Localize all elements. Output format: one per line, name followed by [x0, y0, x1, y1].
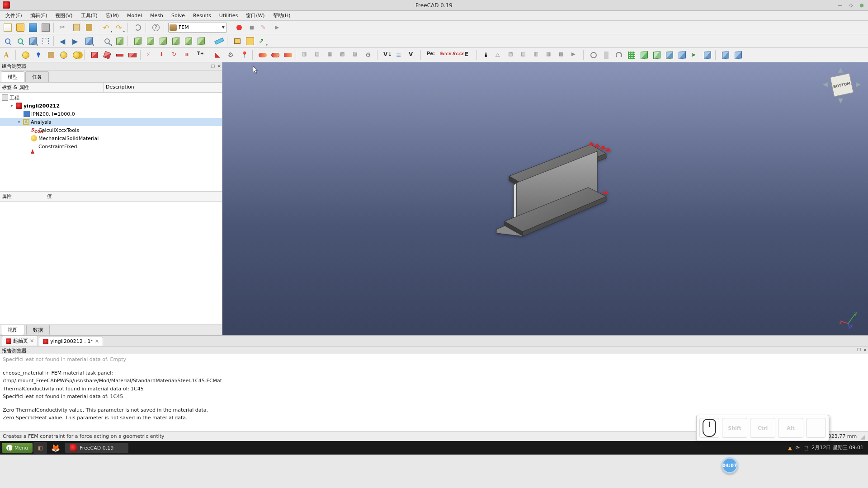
tab-task[interactable]: 任务	[25, 71, 49, 82]
left-view-button[interactable]	[195, 35, 207, 47]
fem-beam-rotation-button[interactable]	[101, 49, 113, 61]
update-icon[interactable]: ⟳	[796, 445, 800, 451]
top-view-button[interactable]	[145, 35, 156, 47]
fit-all-button[interactable]	[2, 35, 14, 47]
model-tree[interactable]: 工程 ▾ yingli200212 IPN200, l=1000.0 ▾ A A…	[0, 93, 222, 191]
macro-run-button[interactable]: ▶	[271, 22, 283, 33]
fem-gear-constraint-button[interactable]: ⚙	[363, 49, 375, 61]
menu-mesh[interactable]: Mesh	[146, 12, 167, 19]
clock[interactable]: 2月12日 星期三 09:01	[811, 445, 863, 450]
fem-nonlinear-button[interactable]	[45, 49, 57, 61]
panel-restore-icon[interactable]: ❐	[857, 347, 861, 352]
iso-view-button[interactable]	[114, 35, 126, 47]
fem-flow-inlet-button[interactable]: V↓	[382, 49, 393, 61]
fem-flow-bc-button[interactable]: ≡	[394, 49, 406, 61]
fem-solver-ctrl-button[interactable]: ▩	[557, 49, 569, 61]
whatsthis-button[interactable]: ?	[150, 22, 162, 33]
new-button[interactable]	[2, 22, 14, 33]
fem-clip-plane-button[interactable]	[720, 49, 731, 61]
tree-document[interactable]: ▾ yingli200212	[0, 102, 222, 110]
navcube-right-icon[interactable]: ▶	[856, 80, 861, 88]
nav-fwd-button[interactable]: ▶	[71, 35, 82, 47]
front-view-button[interactable]	[132, 35, 144, 47]
fem-pressure-button[interactable]	[269, 49, 281, 61]
tab-prop-data[interactable]: 数据	[26, 325, 50, 335]
fem-constraint-spring-button[interactable]: ▨	[351, 49, 363, 61]
cut-button[interactable]: ✂	[58, 22, 70, 33]
tree-item-material[interactable]: MechanicalSolidMaterial	[0, 134, 222, 142]
3d-viewport[interactable]: ▲ ◀ ▶ ▼ BOTTOM	[222, 62, 868, 335]
fem-solver-elmer-button[interactable]: E	[463, 49, 475, 61]
tree-item-ccx[interactable]: Sccx CalculiXccxTools	[0, 126, 222, 134]
part-button[interactable]	[231, 35, 243, 47]
model-geometry[interactable]	[477, 131, 613, 254]
tree-item-analysis[interactable]: ▾ A Analysis	[0, 118, 222, 126]
fem-eq-electro-button[interactable]: ▥	[532, 49, 543, 61]
notification-icon[interactable]: ▲	[788, 445, 792, 451]
bbox-button[interactable]	[40, 35, 52, 47]
fem-reinforced-button[interactable]	[58, 49, 70, 61]
fem-weight-button[interactable]: ⬇	[157, 49, 169, 61]
right-view-button[interactable]	[157, 35, 169, 47]
os-menu-button[interactable]: Menu	[2, 443, 33, 453]
tab-start-page[interactable]: 起始页 ✕	[2, 336, 38, 346]
fit-selection-button[interactable]	[14, 35, 26, 47]
fem-post-data-button[interactable]	[702, 49, 713, 61]
fem-flow-outlet-button[interactable]: V	[407, 49, 419, 61]
fem-plane-rotation-button[interactable]: 📍	[239, 49, 250, 61]
fem-temp-button[interactable]: Pe:	[425, 49, 437, 61]
tab-document[interactable]: yingli200212 : 1* ✕	[39, 337, 103, 346]
resize-grip-icon[interactable]: ◢	[860, 433, 865, 440]
fem-analysis-button[interactable]: A	[2, 49, 14, 61]
refresh-button[interactable]	[132, 22, 144, 33]
fem-fixed-button[interactable]: ◣	[213, 49, 225, 61]
close-button[interactable]: ●	[858, 2, 865, 9]
macro-record-button[interactable]	[233, 22, 245, 33]
redo-button[interactable]: ↷	[114, 22, 126, 33]
fem-results-purge-button[interactable]	[588, 49, 599, 61]
draw-style-button[interactable]	[27, 35, 39, 47]
fem-heat-temp-button[interactable]: ▥	[300, 49, 312, 61]
fem-centrifugal-button[interactable]: ↻	[170, 49, 182, 61]
fem-displacement-button[interactable]: ⚙	[226, 49, 238, 61]
fem-material-editor-button[interactable]	[71, 49, 82, 61]
network-icon[interactable]: ⬚	[803, 445, 808, 451]
fem-flow-velocity-button[interactable]: ≋	[183, 49, 194, 61]
menu-model[interactable]: Model	[123, 12, 146, 19]
fem-shell-thickness-button[interactable]	[114, 49, 126, 61]
paste-button[interactable]	[83, 22, 95, 33]
bottom-view-button[interactable]	[183, 35, 194, 47]
fem-solver-run-button[interactable]: ▶	[570, 49, 581, 61]
menu-file[interactable]: 文件(F)	[2, 11, 26, 20]
link-button[interactable]	[83, 35, 95, 47]
collapse-icon[interactable]: ▾	[16, 120, 22, 124]
fem-solver2-button[interactable]: Sccx	[450, 49, 462, 61]
fem-grid-button[interactable]	[626, 49, 637, 61]
menu-help[interactable]: 帮助(H)	[269, 11, 294, 20]
fem-post-vector-button[interactable]: ➤	[689, 49, 701, 61]
menu-view[interactable]: 视图(V)	[52, 11, 76, 20]
fem-eq-flow-button[interactable]: ▧	[506, 49, 518, 61]
fem-constraint-section-button[interactable]: ▩	[338, 49, 350, 61]
tree-item-ipn[interactable]: IPN200, l=1000.0	[0, 110, 222, 118]
navcube-face[interactable]: BOTTOM	[830, 73, 854, 97]
fem-beam-section-button[interactable]	[89, 49, 100, 61]
fem-solver-ccx-button[interactable]: Sccx	[438, 49, 449, 61]
fem-fluid-section-button[interactable]	[127, 49, 138, 61]
show-desktop-button[interactable]: ◧	[33, 442, 47, 454]
link-make-button[interactable]: ⇗	[257, 35, 269, 47]
print-button[interactable]	[40, 22, 52, 33]
navcube-left-icon[interactable]: ◀	[823, 80, 828, 88]
open-button[interactable]	[14, 22, 26, 33]
fem-post-warp-button[interactable]	[638, 49, 650, 61]
fem-material-button[interactable]	[20, 49, 32, 61]
fem-post-scalar-button[interactable]	[651, 49, 663, 61]
menu-window[interactable]: 窗口(W)	[242, 11, 268, 20]
fem-electrostatic-button[interactable]: ⚡	[145, 49, 156, 61]
firefox-button[interactable]: 🦊	[49, 442, 62, 454]
fem-eq-em-button[interactable]: ▦	[544, 49, 556, 61]
panel-close-icon[interactable]: ✕	[863, 347, 867, 352]
minimize-button[interactable]: —	[836, 2, 844, 9]
fem-fluid-button[interactable]	[33, 49, 44, 61]
panel-close-icon[interactable]: ✕	[217, 64, 221, 69]
